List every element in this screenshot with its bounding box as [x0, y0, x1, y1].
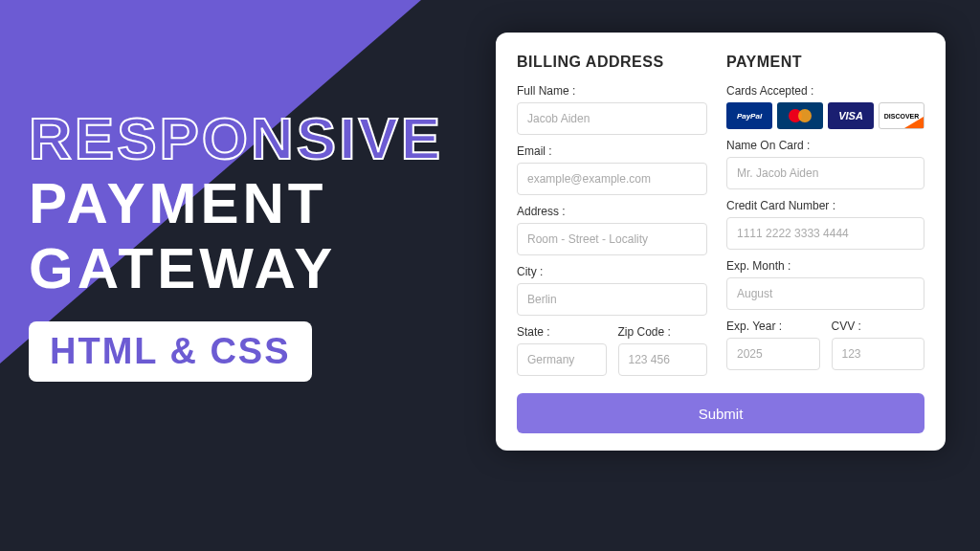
- hero-text: RESPONSIVE PAYMENT GATEWAY HTML & CSS: [29, 105, 488, 382]
- payment-form-card: BILLING ADDRESS Full Name : Email : Addr…: [496, 33, 946, 451]
- payment-column: PAYMENT Cards Accepted : PayPal VISA DIS…: [726, 54, 924, 386]
- email-label: Email :: [517, 144, 707, 158]
- discover-icon: DISCOVER: [879, 102, 924, 129]
- cvv-label: CVV :: [832, 320, 925, 333]
- name-on-card-label: Name On Card :: [726, 139, 924, 152]
- exp-month-input[interactable]: [726, 277, 924, 310]
- hero-line-responsive: RESPONSIVE: [29, 105, 488, 171]
- cards-accepted-label: Cards Accepted :: [726, 84, 924, 98]
- exp-month-label: Exp. Month :: [726, 259, 924, 273]
- submit-button[interactable]: Submit: [517, 393, 924, 433]
- card-number-label: Credit Card Number :: [726, 199, 924, 212]
- fullname-input[interactable]: [517, 102, 707, 135]
- state-input[interactable]: [517, 343, 607, 376]
- cvv-input[interactable]: [832, 338, 925, 370]
- payment-title: PAYMENT: [726, 54, 924, 71]
- billing-column: BILLING ADDRESS Full Name : Email : Addr…: [517, 54, 707, 386]
- name-on-card-input[interactable]: [726, 157, 924, 189]
- card-icons-row: PayPal VISA DISCOVER: [726, 102, 924, 129]
- paypal-icon: PayPal: [726, 102, 772, 129]
- billing-title: BILLING ADDRESS: [517, 54, 707, 71]
- fullname-label: Full Name :: [517, 84, 707, 98]
- exp-year-input[interactable]: [726, 338, 820, 370]
- hero-tag: HTML & CSS: [29, 321, 312, 382]
- zip-label: Zip Code :: [618, 325, 708, 339]
- visa-icon: VISA: [828, 102, 874, 129]
- address-input[interactable]: [517, 223, 707, 255]
- card-number-input[interactable]: [726, 217, 924, 250]
- zip-input[interactable]: [618, 343, 708, 376]
- email-input[interactable]: [517, 163, 707, 195]
- hero-line-payment: PAYMENT: [29, 171, 488, 235]
- city-label: City :: [517, 265, 707, 278]
- city-input[interactable]: [517, 283, 707, 316]
- state-label: State :: [517, 325, 607, 339]
- exp-year-label: Exp. Year :: [726, 320, 820, 333]
- address-label: Address :: [517, 205, 707, 218]
- hero-line-gateway: GATEWAY: [29, 236, 488, 300]
- mastercard-icon: [777, 102, 823, 129]
